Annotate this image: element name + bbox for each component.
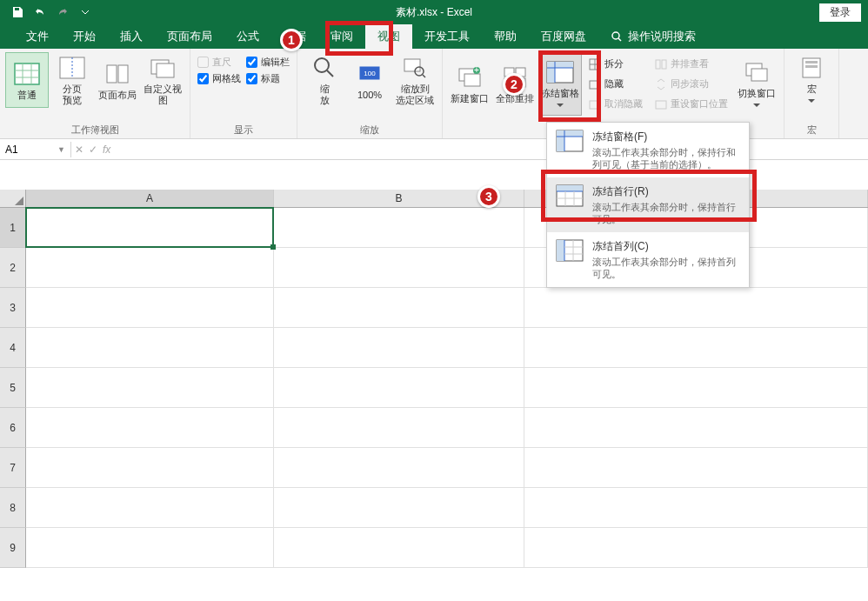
cell[interactable] bbox=[274, 488, 524, 528]
fx-icon[interactable]: fx bbox=[103, 144, 110, 156]
redo-button[interactable] bbox=[52, 3, 73, 22]
group-show: 直尺 网格线 编辑栏 标题 显示 bbox=[190, 49, 297, 138]
freeze-panes-item[interactable]: 冻结窗格(F)滚动工作表其余部分时，保持行和列可见（基于当前的选择）。 bbox=[547, 123, 749, 177]
freeze-top-row-item[interactable]: 冻结首行(R)滚动工作表其余部分时，保持首行可见。 bbox=[547, 177, 749, 232]
annotation-number-2: 2 bbox=[503, 73, 525, 96]
svg-rect-9 bbox=[118, 65, 128, 83]
cell[interactable] bbox=[26, 408, 274, 448]
cell[interactable] bbox=[26, 528, 274, 568]
cell[interactable] bbox=[524, 408, 868, 448]
chk-gridlines[interactable]: 网格线 bbox=[197, 72, 241, 85]
row-header-1[interactable]: 1 bbox=[0, 208, 26, 248]
row-header-3[interactable]: 3 bbox=[0, 288, 26, 328]
cell[interactable] bbox=[524, 448, 868, 488]
row-header-8[interactable]: 8 bbox=[0, 488, 26, 528]
svg-rect-18 bbox=[464, 74, 480, 86]
unhide-button: 取消隐藏 bbox=[585, 96, 646, 112]
cell[interactable] bbox=[524, 288, 868, 328]
chk-ruler[interactable]: 直尺 bbox=[197, 56, 241, 69]
freeze-first-col-item[interactable]: 冻结首列(C)滚动工作表其余部分时，保持首列可见。 bbox=[547, 232, 749, 287]
tab-help[interactable]: 帮助 bbox=[482, 24, 529, 49]
quick-access-toolbar bbox=[7, 3, 96, 22]
svg-point-0 bbox=[612, 32, 619, 39]
cell[interactable] bbox=[274, 248, 524, 288]
freeze-panes-button[interactable]: 冻结窗格 bbox=[538, 52, 582, 116]
undo-button[interactable] bbox=[30, 3, 50, 22]
cell[interactable] bbox=[274, 448, 524, 488]
side-by-side-button: 并排查看 bbox=[651, 56, 731, 72]
macros-button[interactable]: 宏 bbox=[790, 52, 833, 108]
freeze-panes-icon bbox=[556, 130, 584, 154]
cell[interactable] bbox=[26, 208, 274, 248]
cell[interactable] bbox=[274, 288, 524, 328]
row-header-7[interactable]: 7 bbox=[0, 448, 26, 488]
view-normal-button[interactable]: 普通 bbox=[5, 52, 49, 108]
zoom-button[interactable]: 缩 放 bbox=[303, 52, 346, 108]
cell[interactable] bbox=[26, 448, 274, 488]
tab-search[interactable]: 操作说明搜索 bbox=[598, 24, 708, 49]
row-headers[interactable]: 1 2 3 4 5 6 7 8 9 bbox=[0, 208, 26, 568]
cell[interactable] bbox=[524, 488, 868, 528]
save-button[interactable] bbox=[7, 3, 28, 22]
annotation-number-1: 1 bbox=[280, 29, 303, 51]
cell[interactable] bbox=[274, 528, 524, 568]
tab-view[interactable]: 视图 bbox=[365, 24, 412, 49]
svg-rect-39 bbox=[751, 69, 767, 81]
split-button[interactable]: 拆分 bbox=[585, 56, 646, 72]
svg-rect-1 bbox=[15, 63, 39, 84]
zoom-selection-button[interactable]: 缩放到 选定区域 bbox=[393, 52, 437, 108]
zoom-100-button[interactable]: 100 100% bbox=[348, 52, 391, 108]
view-custom-button[interactable]: 自定义视图 bbox=[141, 52, 184, 108]
tab-insert[interactable]: 插入 bbox=[108, 24, 155, 49]
cell[interactable] bbox=[274, 368, 524, 408]
row-header-4[interactable]: 4 bbox=[0, 328, 26, 368]
svg-rect-42 bbox=[805, 65, 818, 68]
login-button[interactable]: 登录 bbox=[819, 3, 861, 22]
row-header-6[interactable]: 6 bbox=[0, 408, 26, 448]
cell[interactable] bbox=[26, 248, 274, 288]
window-title: 素材.xlsx - Excel bbox=[396, 5, 472, 20]
sync-scroll-button: 同步滚动 bbox=[651, 76, 731, 92]
switch-window-button[interactable]: 切换窗口 bbox=[735, 52, 778, 116]
cell[interactable] bbox=[26, 328, 274, 368]
col-header-a[interactable]: A bbox=[26, 190, 274, 207]
formula-input[interactable] bbox=[114, 148, 868, 151]
svg-text:+: + bbox=[474, 65, 479, 75]
chk-headings[interactable]: 标题 bbox=[246, 72, 290, 85]
cell[interactable] bbox=[524, 368, 868, 408]
chk-formula-bar[interactable]: 编辑栏 bbox=[246, 56, 290, 69]
svg-rect-27 bbox=[547, 62, 555, 83]
cancel-icon[interactable]: ✕ bbox=[75, 144, 83, 156]
tab-review[interactable]: 审阅 bbox=[318, 24, 365, 49]
name-box[interactable]: A1▼ bbox=[0, 142, 71, 157]
tab-layout[interactable]: 页面布局 bbox=[155, 24, 224, 49]
new-window-button[interactable]: + 新建窗口 bbox=[448, 52, 491, 116]
row-header-2[interactable]: 2 bbox=[0, 248, 26, 288]
cell[interactable] bbox=[26, 488, 274, 528]
cell[interactable] bbox=[274, 328, 524, 368]
cell[interactable] bbox=[274, 408, 524, 448]
hide-button[interactable]: 隐藏 bbox=[585, 76, 646, 92]
svg-rect-35 bbox=[656, 60, 660, 69]
qat-more-button[interactable] bbox=[75, 3, 96, 22]
select-all-corner[interactable] bbox=[0, 190, 26, 207]
cell[interactable] bbox=[524, 328, 868, 368]
svg-rect-49 bbox=[557, 185, 583, 191]
tab-developer[interactable]: 开发工具 bbox=[412, 24, 482, 49]
cell[interactable] bbox=[26, 288, 274, 328]
view-preview-button[interactable]: 分页 预览 bbox=[50, 52, 94, 108]
tab-file[interactable]: 文件 bbox=[14, 24, 61, 49]
svg-text:100: 100 bbox=[364, 70, 376, 77]
cell[interactable] bbox=[274, 208, 524, 248]
cell[interactable] bbox=[524, 528, 868, 568]
tab-baidu[interactable]: 百度网盘 bbox=[529, 24, 598, 49]
enter-icon[interactable]: ✓ bbox=[89, 144, 97, 156]
group-macros: 宏 宏 bbox=[785, 49, 839, 138]
row-header-9[interactable]: 9 bbox=[0, 528, 26, 568]
tab-home[interactable]: 开始 bbox=[61, 24, 108, 49]
view-layout-button[interactable]: 页面布局 bbox=[96, 52, 139, 108]
tab-formulas[interactable]: 公式 bbox=[224, 24, 271, 49]
cell[interactable] bbox=[26, 368, 274, 408]
freeze-first-col-icon bbox=[556, 239, 584, 264]
row-header-5[interactable]: 5 bbox=[0, 368, 26, 408]
